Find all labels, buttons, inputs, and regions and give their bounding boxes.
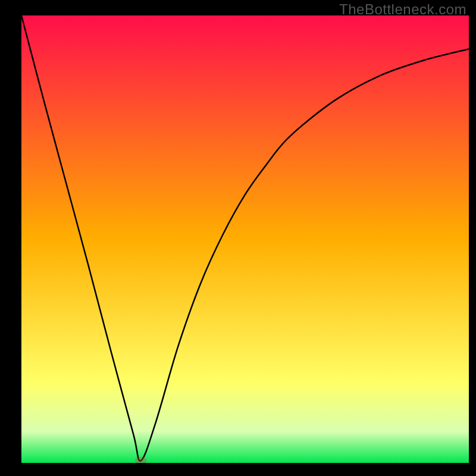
gradient-background bbox=[21, 15, 469, 463]
chart-container: TheBottleneck.com bbox=[0, 0, 476, 476]
plot-area bbox=[21, 15, 469, 463]
chart-svg bbox=[21, 15, 469, 463]
